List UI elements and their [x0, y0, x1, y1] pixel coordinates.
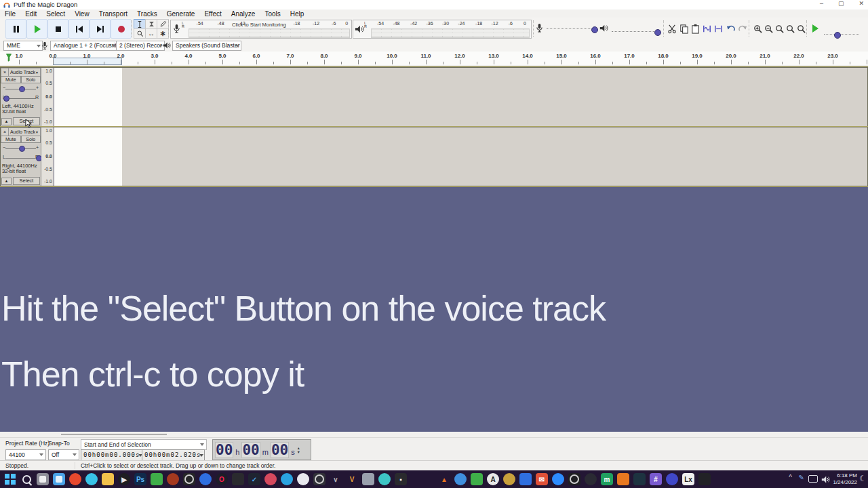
recording-channels-select[interactable]: 2 (Stereo) Recor: [116, 41, 165, 51]
gain-slider[interactable]: −+: [1, 84, 41, 93]
menu-select[interactable]: Select: [41, 10, 70, 18]
trim-audio-button[interactable]: [701, 20, 713, 37]
taskbar-widgets-icon[interactable]: [53, 473, 65, 485]
copy-button[interactable]: [677, 20, 690, 37]
project-rate-select[interactable]: 44100: [5, 449, 46, 460]
menu-analyze[interactable]: Analyze: [226, 10, 260, 18]
play-speed-slider[interactable]: [824, 34, 859, 37]
menu-transport[interactable]: Transport: [94, 10, 132, 18]
menu-help[interactable]: Help: [285, 10, 309, 18]
track-row[interactable]: × Audio Track▼ Mute Solo −+ LR Right, 44…: [0, 127, 868, 186]
menu-tracks[interactable]: Tracks: [132, 10, 162, 18]
position-segment[interactable]: 00m: [241, 442, 269, 458]
taskbar-app-teal-icon[interactable]: [378, 473, 391, 485]
taskbar-video-editor-icon[interactable]: [633, 473, 646, 485]
taskbar-photoshop-icon[interactable]: Ps: [134, 473, 146, 485]
position-segment[interactable]: 00h: [214, 442, 241, 458]
taskbar-sheets-icon[interactable]: [471, 473, 483, 485]
record-button[interactable]: [111, 19, 132, 39]
recording-meter[interactable]: LR -54-48-42-18-12-60 Click to Start Mon…: [170, 20, 352, 39]
playback-device-select[interactable]: Speakers (Sound Blaster Re: [172, 41, 241, 51]
taskbar-media-player-icon[interactable]: ▶: [118, 473, 130, 485]
time-shift-tool[interactable]: ↔: [145, 28, 157, 39]
pan-slider[interactable]: LR: [1, 153, 41, 162]
menu-generate[interactable]: Generate: [162, 10, 200, 18]
close-button[interactable]: ✕: [859, 0, 864, 7]
menu-effect[interactable]: Effect: [199, 10, 226, 18]
tray-pen-icon[interactable]: ✎: [799, 474, 804, 481]
taskbar-start-icon[interactable]: [4, 473, 16, 485]
zoom-toggle-button[interactable]: [795, 20, 807, 37]
taskbar-app-dark-circle-icon[interactable]: [585, 473, 597, 485]
mute-button[interactable]: Mute: [1, 136, 21, 143]
taskbar-task-view-icon[interactable]: [37, 473, 49, 485]
record-volume-slider[interactable]: [547, 28, 595, 31]
play-at-speed-button[interactable]: [809, 20, 821, 37]
taskbar-vlc-icon[interactable]: ▲: [438, 473, 450, 485]
taskbar-app-lx-icon[interactable]: Lx: [682, 473, 694, 485]
taskbar-app-blue-bird-icon[interactable]: [454, 473, 467, 485]
taskbar-app-ring-dark-icon[interactable]: [183, 473, 195, 485]
skip-to-start-button[interactable]: [68, 19, 90, 39]
taskbar-calendar-icon[interactable]: [519, 473, 532, 485]
taskbar-app-indigo-icon[interactable]: [666, 473, 678, 485]
waveform-area[interactable]: [54, 127, 867, 186]
select-button[interactable]: Select: [13, 177, 40, 185]
undo-button[interactable]: [724, 20, 736, 37]
collapse-button[interactable]: ▲: [1, 178, 12, 185]
taskbar-search-icon[interactable]: [20, 473, 33, 485]
taskbar-obs-icon[interactable]: [568, 473, 580, 485]
audio-host-select[interactable]: MME: [3, 41, 43, 51]
taskbar-steam-check-icon[interactable]: ✓: [248, 473, 260, 485]
playback-volume-slider[interactable]: [612, 31, 656, 34]
selection-mode-select[interactable]: Start and End of Selection: [81, 439, 207, 450]
taskbar-mail-icon[interactable]: ✉: [536, 473, 548, 485]
collapse-button[interactable]: ▲: [1, 118, 12, 125]
taskbar-app-white-icon[interactable]: [297, 473, 309, 485]
track-row[interactable]: × Audio Track▼ Mute Solo −+ LR Left, 441…: [0, 67, 868, 127]
minimize-button[interactable]: –: [820, 0, 823, 7]
paste-button[interactable]: [689, 20, 701, 37]
mute-button[interactable]: Mute: [1, 76, 21, 83]
taskbar-app-maroon-icon[interactable]: [167, 473, 179, 485]
gain-thumb[interactable]: [19, 146, 25, 152]
multi-tool[interactable]: ∗: [157, 28, 169, 39]
taskbar-file-explorer-icon[interactable]: [102, 473, 114, 485]
tray-volume-icon[interactable]: [821, 475, 830, 484]
taskbar-app-green-m-icon[interactable]: m: [601, 473, 613, 485]
pan-slider[interactable]: LR: [1, 94, 41, 102]
stop-button[interactable]: [47, 19, 68, 39]
taskbar-epic-games-icon[interactable]: [232, 473, 244, 485]
taskbar-vanguard-icon[interactable]: V: [346, 473, 358, 485]
playback-volume-thumb[interactable]: [654, 29, 661, 36]
taskbar-app-pill-dark-icon[interactable]: ▪: [395, 473, 407, 485]
pause-button[interactable]: [5, 19, 26, 39]
audio-position-display[interactable]: 00h00m00s▴▾: [212, 439, 311, 460]
selection-tool[interactable]: [134, 19, 146, 29]
monitoring-hint[interactable]: Click to Start Monitoring: [232, 22, 286, 28]
taskbar-zoom-icon[interactable]: [552, 473, 564, 485]
taskbar-app-rose-icon[interactable]: [264, 473, 277, 485]
selection-end-field[interactable]: 00h00m02.020s: [142, 449, 205, 461]
recording-device-select[interactable]: Analogue 1 + 2 (Focusrite U: [50, 41, 118, 51]
draw-tool[interactable]: [157, 19, 169, 29]
taskbar-excel-icon[interactable]: [151, 473, 163, 485]
redo-button[interactable]: [736, 20, 749, 37]
snap-to-select[interactable]: Off: [48, 449, 79, 460]
gain-slider[interactable]: −+: [1, 144, 41, 152]
record-volume-thumb[interactable]: [591, 26, 598, 33]
taskbar-app-swirl-dark-icon[interactable]: [313, 473, 326, 485]
solo-button[interactable]: Solo: [21, 76, 41, 83]
selection-start-field[interactable]: 00h00m00.000s: [81, 449, 144, 461]
play-button[interactable]: [26, 19, 47, 39]
timeline-pin-icon[interactable]: [4, 53, 14, 62]
taskbar-shield-gray-icon[interactable]: [362, 473, 374, 485]
zoom-tool[interactable]: [134, 28, 146, 39]
taskbar-hidden-chevron-icon[interactable]: ∨: [330, 473, 342, 485]
menu-view[interactable]: View: [70, 10, 94, 18]
position-spinner[interactable]: ▴▾: [298, 446, 300, 454]
taskbar-opera-gx-icon[interactable]: O: [216, 473, 228, 485]
playback-meter[interactable]: LR -54-48-42-36-30-24-18-12-60: [353, 20, 532, 39]
taskbar-app-circle-a-icon[interactable]: A: [487, 473, 499, 485]
menu-tools[interactable]: Tools: [260, 10, 285, 18]
